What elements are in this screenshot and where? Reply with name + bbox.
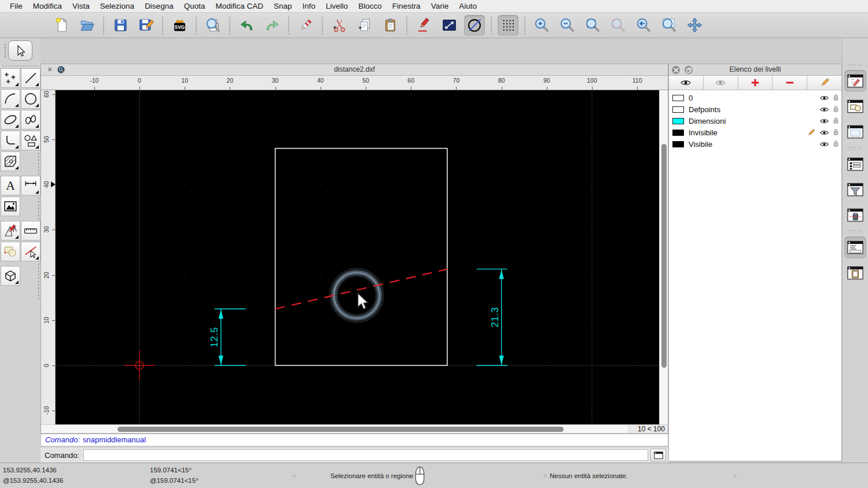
menu-modifica[interactable]: Modifica (28, 2, 67, 10)
layer-lock-toggle[interactable] (832, 93, 840, 103)
add-layer-button[interactable] (738, 76, 773, 90)
zoom-select-button[interactable] (608, 15, 628, 36)
menu-varie[interactable]: Varie (426, 2, 454, 10)
dock-entity-list-button[interactable] (844, 153, 866, 175)
layer-lock-toggle[interactable] (832, 139, 840, 149)
menu-blocco[interactable]: Blocco (353, 2, 387, 10)
hide-all-layers-button[interactable] (704, 76, 738, 90)
menu-vista[interactable]: Vista (67, 2, 95, 10)
horizontal-scrollbar-thumb[interactable] (117, 427, 564, 432)
dock-drag-handle[interactable] (848, 64, 863, 66)
dock-layer-list-button[interactable] (844, 70, 866, 92)
cut-button[interactable] (329, 15, 350, 36)
copy-button[interactable] (354, 15, 375, 36)
tool-modify-button[interactable] (1, 221, 20, 241)
zoom-pan-button[interactable] (684, 15, 705, 36)
tool-text-button[interactable]: A (1, 176, 20, 195)
dock-pen-wizard-button[interactable] (844, 204, 866, 226)
layer-row-visibile[interactable]: Visibile (669, 138, 841, 150)
tool-ellipse-button[interactable] (1, 110, 20, 130)
dock-library-browser-button[interactable] (844, 121, 866, 143)
dock-clipboard-widget-button[interactable] (844, 262, 866, 284)
zoom-previous-button[interactable] (633, 15, 654, 36)
vertical-scrollbar[interactable] (659, 90, 668, 424)
dock-command-widget-button[interactable] (844, 236, 866, 258)
menu-info[interactable]: Info (297, 2, 321, 10)
tool-spline-button[interactable] (21, 110, 41, 130)
remove-layer-button[interactable] (773, 76, 807, 90)
print-preview-button[interactable] (203, 15, 223, 36)
vertical-scrollbar-thumb[interactable] (661, 144, 667, 368)
tool-trim-button[interactable] (21, 242, 41, 261)
layer-color-swatch (672, 106, 684, 113)
tool-arc-button[interactable] (1, 89, 20, 109)
layer-row-dimensioni[interactable]: Dimensioni (669, 115, 841, 127)
detach-command-button[interactable] (650, 449, 666, 461)
ruler-horizontal: -100102030405060708090100110 (56, 76, 668, 90)
tool-measure-button[interactable] (21, 221, 41, 241)
tool-line-button[interactable] (21, 68, 41, 88)
layer-row-invisibile[interactable]: Invisibile (669, 127, 841, 138)
layer-visibility-toggle[interactable] (819, 139, 829, 149)
panel-close-icon[interactable] (672, 66, 680, 74)
show-all-layers-button[interactable] (669, 76, 704, 90)
zoom-out-button[interactable] (557, 15, 578, 36)
toolbar-drag-handle[interactable] (4, 43, 6, 58)
tool-polygon-button[interactable] (21, 131, 41, 150)
layer-row-defpoints[interactable]: Defpoints (669, 103, 841, 115)
layer-visibility-toggle[interactable] (819, 93, 829, 103)
tool-circle-button[interactable] (21, 89, 41, 109)
layer-lock-toggle[interactable] (832, 105, 840, 114)
select-tool-button[interactable] (8, 40, 32, 61)
horizontal-scrollbar[interactable] (56, 425, 627, 434)
zoom-window-button[interactable] (659, 15, 679, 36)
export-svg-button[interactable]: SVG (169, 15, 190, 36)
tool-dimension-button[interactable] (21, 176, 41, 195)
command-input[interactable] (83, 449, 648, 461)
edit-layer-button[interactable] (807, 76, 841, 90)
layer-lock-toggle[interactable] (832, 116, 840, 126)
zoom-in-button[interactable] (531, 15, 552, 36)
paste-button[interactable] (380, 15, 400, 36)
drawing-window-titlebar[interactable]: × distance2.dxf (41, 64, 668, 76)
zoom-auto-button[interactable] (582, 15, 603, 36)
layer-visibility-toggle[interactable] (819, 116, 829, 126)
open-file-button[interactable] (76, 15, 97, 36)
delete-eraser-button[interactable] (295, 15, 316, 36)
layer-visibility-toggle[interactable] (819, 105, 829, 114)
tool-image-button[interactable] (1, 197, 20, 216)
save-as-button[interactable] (135, 15, 156, 36)
tool-box3d-button[interactable] (1, 266, 20, 286)
menu-quota[interactable]: Quota (179, 2, 211, 10)
tool-hatch-button[interactable] (1, 151, 20, 171)
mouse-hint-icon (413, 465, 426, 486)
panel-float-icon[interactable] (685, 66, 693, 74)
menu-snap[interactable]: Snap (269, 2, 297, 10)
dock-filter-button[interactable] (844, 179, 866, 201)
grid-button[interactable] (498, 15, 518, 36)
menu-aiuto[interactable]: Aiuto (454, 2, 482, 10)
undo-button[interactable] (236, 15, 257, 36)
tool-info-button[interactable] (1, 242, 20, 261)
menu-seleziona[interactable]: Seleziona (95, 2, 139, 10)
new-file-button[interactable] (51, 15, 72, 36)
tool-points-button[interactable] (1, 68, 20, 88)
draw-pen-button[interactable] (413, 15, 434, 36)
dock-block-list-button[interactable] (844, 95, 866, 117)
tool-polyline-button[interactable] (1, 131, 20, 150)
circle-line-button[interactable] (464, 15, 485, 36)
menu-livello[interactable]: Livello (321, 2, 353, 10)
layer-row-0[interactable]: 0 (669, 92, 841, 103)
menu-modifica-cad[interactable]: Modifica CAD (210, 2, 269, 10)
layer-lock-toggle[interactable] (832, 128, 840, 138)
menu-finestra[interactable]: Finestra (387, 2, 426, 10)
close-window-icon[interactable]: × (46, 64, 54, 75)
save-button[interactable] (110, 15, 131, 36)
menu-disegna[interactable]: Disegna (139, 2, 179, 10)
menu-file[interactable]: File (5, 2, 28, 10)
drawing-canvas[interactable]: 12.521.3 (56, 90, 659, 424)
layer-visibility-toggle[interactable] (819, 128, 829, 138)
toolgrid-drag-handle[interactable] (2, 65, 39, 68)
attributes-button[interactable] (439, 15, 459, 36)
redo-button[interactable] (262, 15, 282, 36)
